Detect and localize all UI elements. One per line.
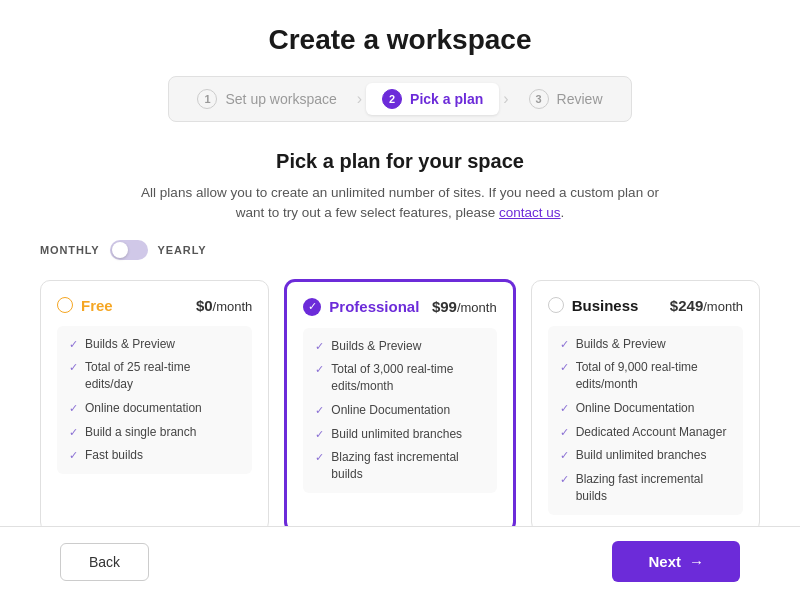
feature-check-icon: ✓ [560, 401, 569, 416]
feature-biz-0-text: Builds & Preview [576, 336, 666, 353]
plan-price-business: $249/month [670, 297, 743, 314]
step-setup[interactable]: 1 Set up workspace [181, 83, 352, 115]
plan-price-free: $0/month [196, 297, 252, 314]
feature-check-icon: ✓ [560, 448, 569, 463]
feature-check-icon: ✓ [560, 360, 569, 375]
footer-bar: Back Next → [0, 526, 800, 596]
page-container: Create a workspace 1 Set up workspace › … [0, 0, 800, 596]
feature-pro-3-text: Build unlimited branches [331, 426, 462, 443]
plan-radio-free [57, 297, 73, 313]
page-title: Create a workspace [268, 24, 531, 56]
plan-name-row-business: Business [548, 297, 639, 314]
step-setup-label: Set up workspace [225, 91, 336, 107]
plan-card-free[interactable]: Free $0/month ✓ Builds & Preview ✓ Total… [40, 280, 269, 532]
feature-biz-3-text: Dedicated Account Manager [576, 424, 727, 441]
feature-check-icon: ✓ [69, 337, 78, 352]
feature-free-0: ✓ Builds & Preview [69, 336, 240, 353]
section-description: All plans allow you to create an unlimit… [140, 183, 660, 224]
plan-card-professional[interactable]: ✓ Professional $99/month ✓ Builds & Prev… [285, 280, 514, 532]
feature-pro-1: ✓ Total of 3,000 real-time edits/month [315, 361, 484, 395]
next-label: Next [648, 553, 681, 570]
step-divider-1: › [357, 90, 362, 108]
feature-biz-5: ✓ Blazing fast incremental builds [560, 471, 731, 505]
plan-features-free: ✓ Builds & Preview ✓ Total of 25 real-ti… [57, 326, 252, 475]
feature-pro-4-text: Blazing fast incremental builds [331, 449, 484, 483]
feature-check-icon: ✓ [560, 472, 569, 487]
plan-selected-icon: ✓ [303, 298, 321, 316]
step-plan[interactable]: 2 Pick a plan [366, 83, 499, 115]
feature-biz-1-text: Total of 9,000 real-time edits/month [576, 359, 731, 393]
billing-toggle-switch[interactable] [110, 240, 148, 260]
plan-name-free: Free [81, 297, 113, 314]
feature-biz-3: ✓ Dedicated Account Manager [560, 424, 731, 441]
feature-free-2: ✓ Online documentation [69, 400, 240, 417]
back-button[interactable]: Back [60, 543, 149, 581]
plan-price-amount-business: $249 [670, 297, 703, 314]
next-arrow-icon: → [689, 553, 704, 570]
feature-check-icon: ✓ [69, 425, 78, 440]
feature-check-icon: ✓ [315, 339, 324, 354]
feature-free-4-text: Fast builds [85, 447, 143, 464]
feature-biz-4-text: Build unlimited branches [576, 447, 707, 464]
feature-biz-5-text: Blazing fast incremental builds [576, 471, 731, 505]
feature-free-4: ✓ Fast builds [69, 447, 240, 464]
feature-check-icon: ✓ [69, 401, 78, 416]
feature-biz-1: ✓ Total of 9,000 real-time edits/month [560, 359, 731, 393]
feature-check-icon: ✓ [315, 362, 324, 377]
yearly-label: YEARLY [158, 244, 207, 256]
feature-free-1-text: Total of 25 real-time edits/day [85, 359, 240, 393]
plan-period-professional: /month [457, 300, 497, 315]
feature-pro-2: ✓ Online Documentation [315, 402, 484, 419]
plan-price-amount-professional: $99 [432, 298, 457, 315]
feature-pro-2-text: Online Documentation [331, 402, 450, 419]
plan-period-business: /month [703, 299, 743, 314]
section-desc-text: All plans allow you to create an unlimit… [141, 185, 659, 220]
plan-price-amount-free: $0 [196, 297, 213, 314]
feature-check-icon: ✓ [69, 448, 78, 463]
step-review[interactable]: 3 Review [513, 83, 619, 115]
plan-radio-business [548, 297, 564, 313]
monthly-label: MONTHLY [40, 244, 100, 256]
feature-biz-2-text: Online Documentation [576, 400, 695, 417]
feature-check-icon: ✓ [560, 425, 569, 440]
feature-biz-0: ✓ Builds & Preview [560, 336, 731, 353]
feature-check-icon: ✓ [560, 337, 569, 352]
plan-features-professional: ✓ Builds & Preview ✓ Total of 3,000 real… [303, 328, 496, 494]
billing-toggle: MONTHLY YEARLY [40, 240, 206, 260]
next-button[interactable]: Next → [612, 541, 740, 582]
feature-free-3: ✓ Build a single branch [69, 424, 240, 441]
step-setup-number: 1 [197, 89, 217, 109]
steps-nav: 1 Set up workspace › 2 Pick a plan › 3 R… [168, 76, 631, 122]
plans-grid: Free $0/month ✓ Builds & Preview ✓ Total… [40, 280, 760, 532]
plan-name-professional: Professional [329, 298, 419, 315]
plan-header-business: Business $249/month [548, 297, 743, 314]
plan-period-free: /month [213, 299, 253, 314]
contact-us-link[interactable]: contact us [499, 205, 561, 220]
feature-free-1: ✓ Total of 25 real-time edits/day [69, 359, 240, 393]
step-plan-number: 2 [382, 89, 402, 109]
plan-name-row-professional: ✓ Professional [303, 298, 419, 316]
feature-check-icon: ✓ [315, 427, 324, 442]
feature-biz-2: ✓ Online Documentation [560, 400, 731, 417]
feature-pro-3: ✓ Build unlimited branches [315, 426, 484, 443]
plan-name-business: Business [572, 297, 639, 314]
feature-pro-0-text: Builds & Preview [331, 338, 421, 355]
step-review-number: 3 [529, 89, 549, 109]
step-plan-label: Pick a plan [410, 91, 483, 107]
plan-header-professional: ✓ Professional $99/month [303, 298, 496, 316]
section-title: Pick a plan for your space [276, 150, 524, 173]
feature-check-icon: ✓ [315, 403, 324, 418]
feature-check-icon: ✓ [315, 450, 324, 465]
feature-free-3-text: Build a single branch [85, 424, 196, 441]
feature-pro-4: ✓ Blazing fast incremental builds [315, 449, 484, 483]
feature-free-2-text: Online documentation [85, 400, 202, 417]
plan-card-business[interactable]: Business $249/month ✓ Builds & Preview ✓… [531, 280, 760, 532]
step-review-label: Review [557, 91, 603, 107]
plan-price-professional: $99/month [432, 298, 497, 315]
plan-header-free: Free $0/month [57, 297, 252, 314]
plan-name-row-free: Free [57, 297, 113, 314]
feature-pro-1-text: Total of 3,000 real-time edits/month [331, 361, 484, 395]
feature-check-icon: ✓ [69, 360, 78, 375]
feature-pro-0: ✓ Builds & Preview [315, 338, 484, 355]
plan-features-business: ✓ Builds & Preview ✓ Total of 9,000 real… [548, 326, 743, 515]
